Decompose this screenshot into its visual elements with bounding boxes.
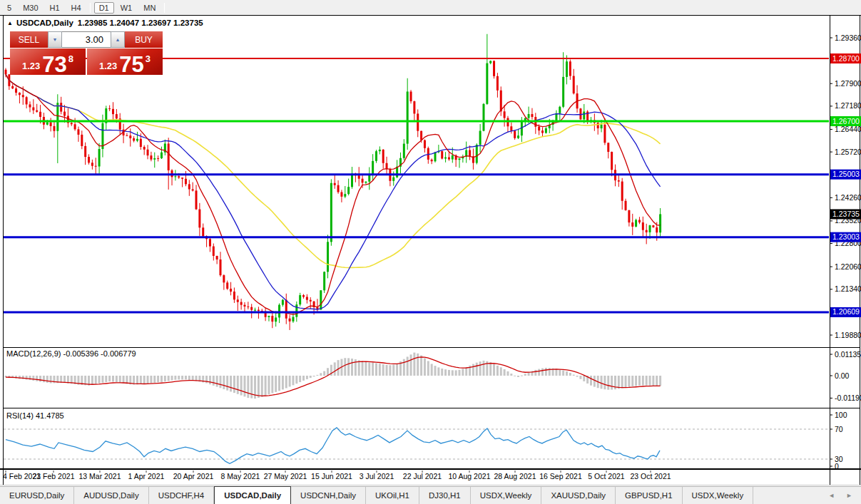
macd-histogram-bar [635,376,637,386]
macd-histogram-bar [566,371,568,376]
macd-histogram-bar [344,358,346,376]
symbol-tab-audusd-daily[interactable]: AUDUSD,Daily [74,487,148,504]
candle-body [157,158,159,159]
timeframe-button-d1[interactable]: D1 [94,2,114,14]
buy-price-pip: 3 [146,53,151,64]
date-tick-label: 23 Feb 2021 [33,472,75,480]
volume-input[interactable]: 3.00 [62,31,111,48]
macd-histogram-bar [420,355,422,376]
macd-histogram-bar [164,376,166,381]
macd-histogram-bar [382,364,384,376]
price-tick-label: 1.25720 [835,148,861,156]
price-badge-label: 1.28700 [832,54,860,63]
candle-body [628,210,630,222]
macd-histogram-bar [289,376,291,386]
symbol-tab-usdchf-h4[interactable]: USDCHF,H4 [149,487,215,504]
symbol-tab-ukoil-h1[interactable]: UKOil,H1 [366,487,419,504]
symbol-tab-gbpusd-h1[interactable]: GBPUSD,H1 [616,487,682,504]
timeframe-button-h1[interactable]: H1 [45,2,65,14]
candle-body [299,295,301,304]
candle-body [514,130,516,138]
candle-body [285,300,287,319]
sell-button[interactable]: SELL [10,31,48,48]
volume-increase-button[interactable]: ▲ [111,31,125,48]
macd-histogram-bar [213,376,215,386]
tab-scroll-arrows: ◄ ► [828,487,861,504]
timeframe-button-h4[interactable]: H4 [66,2,86,14]
candle-body [441,151,443,159]
candle-body [611,152,613,170]
rsi-line [6,428,660,463]
candle-body [427,148,429,160]
macd-histogram-bar [268,376,270,394]
macd-histogram-bar [476,363,478,376]
candle-body [56,103,58,130]
date-tick-label: 22 Jul 2021 [403,472,442,480]
macd-histogram-bar [39,376,41,381]
symbol-tab-xauusd-daily[interactable]: XAUUSD,Daily [541,487,616,504]
macd-histogram-bar [431,364,433,376]
date-tick-label: 1 Apr 2021 [128,472,165,480]
candle-body [382,150,384,163]
macd-histogram-bar [230,376,232,391]
macd-histogram-bar [524,374,526,376]
candle-body [230,289,232,292]
sell-price-tile[interactable]: 1.23 73 8 [10,48,86,75]
macd-histogram-bar [410,354,412,376]
timeframe-button-m30[interactable]: M30 [18,2,43,14]
symbol-tab-usdcad-daily[interactable]: USDCAD,Daily [214,486,291,504]
candle-body [431,160,433,161]
price-tick-label: 1.27180 [835,101,861,110]
macd-histogram-bar [392,365,394,376]
price-tick-label: 1.19880 [835,331,861,339]
candle-body [247,307,249,307]
candle-body [579,108,581,119]
candle-body [413,101,415,113]
macd-histogram-bar [496,366,499,376]
candle-body [469,150,471,157]
buy-button[interactable]: BUY [125,31,163,48]
date-tick-label: 15 Jun 2021 [311,472,352,480]
macd-histogram-bar [437,367,439,376]
collapse-quote-icon[interactable]: ▲ [7,20,13,26]
macd-histogram-bar [178,376,180,380]
volume-decrease-button[interactable]: ▼ [48,31,62,48]
symbol-tab-eurusd-daily[interactable]: EURUSD,Daily [0,487,74,504]
macd-histogram-bar [237,376,239,394]
symbol-tab-dj30-h1[interactable]: DJ30,H1 [419,487,471,504]
candle-body [161,153,163,158]
candle-body [26,97,28,104]
macd-histogram-bar [98,376,101,384]
macd-histogram-bar [101,376,103,383]
macd-histogram-bar [482,361,484,376]
macd-histogram-bar [579,376,581,379]
timeframe-button-mn[interactable]: MN [138,2,161,14]
candle-body [479,131,482,145]
macd-histogram-bar [233,376,235,393]
macd-histogram-bar [313,376,315,376]
macd-tick-label: 0.01135 [835,350,861,359]
timeframe-toolbar: 5M30H1H4D1W1MN [0,0,861,15]
macd-histogram-bar [413,353,415,376]
candle-body [39,112,41,117]
timeframe-button-w1[interactable]: W1 [116,2,138,14]
price-badge-label: 1.20609 [832,307,860,316]
chart-ohlc-values: 1.23985 1.24047 1.23697 1.23735 [78,19,203,27]
symbol-tab-usdx-weekly[interactable]: USDX,Weekly [471,487,542,504]
macd-histogram-bar [403,359,405,376]
candle-body [147,150,149,155]
candle-body [88,157,90,163]
macd-histogram-bar [631,376,633,386]
macd-histogram-bar [36,376,38,381]
symbol-tab-usdcnh-daily[interactable]: USDCNH,Daily [291,487,366,504]
tab-scroll-right-icon[interactable]: ► [846,492,852,499]
candle-body [140,139,142,147]
macd-histogram-bar [459,370,461,376]
candle-body [500,91,502,111]
symbol-tab-list: EURUSD,DailyAUDUSD,DailyUSDCHF,H4USDCAD,… [0,487,753,504]
macd-histogram-bar [302,376,305,381]
buy-price-tile[interactable]: 1.23 75 3 [87,48,163,75]
tab-scroll-left-icon[interactable]: ◄ [828,492,835,499]
symbol-tab-usdx-weekly[interactable]: USDX,Weekly [683,487,754,504]
timeframe-button-5[interactable]: 5 [2,2,16,14]
